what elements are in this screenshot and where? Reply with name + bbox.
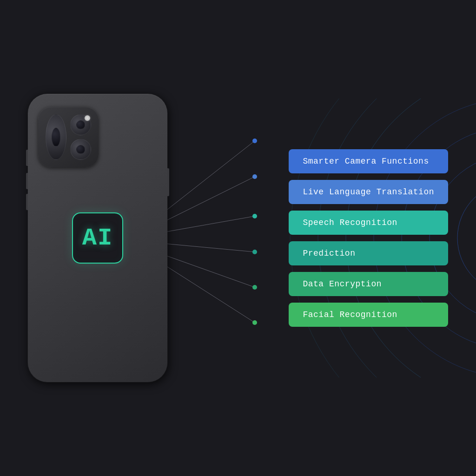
feature-speech-recognition: Speech Recognition <box>289 211 448 235</box>
feature-live-language: Live Language Translation <box>289 180 448 204</box>
ai-chip: AI <box>72 212 123 264</box>
camera-lens-tertiary <box>70 139 91 160</box>
feature-smarter-camera: Smarter Camera Functions <box>289 149 448 173</box>
camera-module <box>38 107 99 167</box>
feature-prediction: Prediction <box>289 241 448 265</box>
camera-lens-main <box>46 114 66 160</box>
features-list: Smarter Camera Functions Live Language T… <box>289 149 448 327</box>
feature-data-encryption: Data Encryption <box>289 272 448 296</box>
camera-flash <box>85 115 90 121</box>
ai-chip-label: AI <box>82 225 113 252</box>
phone: AI <box>28 94 167 382</box>
svg-point-0 <box>457 182 476 294</box>
phone-body: AI <box>28 94 167 382</box>
feature-facial-recognition: Facial Recognition <box>289 303 448 327</box>
